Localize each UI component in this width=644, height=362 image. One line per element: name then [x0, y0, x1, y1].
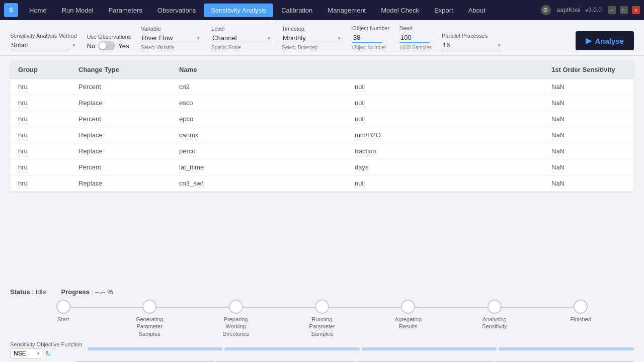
- cell-unit: mm/H2O: [347, 127, 543, 143]
- cell-blank1: [272, 127, 347, 143]
- seed-input[interactable]: [399, 33, 430, 43]
- progress-value: : --.-- %: [92, 288, 113, 296]
- cell-sensitivity: NaN: [543, 95, 634, 111]
- cell-name: cn3_swf: [171, 175, 272, 192]
- nav-menu: Home Run Model Parameters Observations S…: [22, 4, 541, 17]
- table-row: hru Replace esco null NaN: [10, 95, 634, 111]
- step-analysing: Analysing Sensitivity: [451, 300, 537, 330]
- parallel-select[interactable]: 16: [442, 40, 502, 50]
- cell-change-type: Replace: [70, 127, 171, 143]
- nav-about[interactable]: About: [461, 4, 493, 17]
- level-label: Level: [211, 26, 272, 32]
- step-label-finished: Finished: [570, 316, 591, 323]
- nav-run-model[interactable]: Run Model: [55, 4, 101, 17]
- minimize-button[interactable]: −: [608, 6, 616, 14]
- cell-group: hru: [10, 111, 70, 127]
- nav-observations[interactable]: Observations: [150, 4, 203, 17]
- col-blank2: [347, 61, 543, 79]
- col-name: Name: [171, 61, 272, 79]
- app-logo: S: [4, 3, 18, 17]
- cell-sensitivity: NaN: [543, 143, 634, 159]
- variable-select-wrapper: River Flow: [141, 33, 201, 43]
- progress-seg-4: [499, 347, 634, 350]
- table-body: hru Percent cn2 null NaN hru Replace esc…: [10, 79, 634, 192]
- cell-name: perco: [171, 143, 272, 159]
- cell-group: hru: [10, 127, 70, 143]
- seed-field: Seed 1600 Samples: [399, 25, 432, 50]
- seed-sublabel: 1600 Samples: [399, 45, 432, 50]
- cell-group: hru: [10, 143, 70, 159]
- cell-sensitivity: NaN: [543, 175, 634, 192]
- use-observations-toggle[interactable]: [98, 41, 115, 50]
- timestep-sublabel: Select Timestep: [282, 45, 342, 50]
- level-sublabel: Spatial Scale: [211, 45, 272, 50]
- status-group: Status : Idle: [10, 288, 46, 296]
- object-number-input[interactable]: [352, 33, 382, 43]
- timestep-label: Timestep: [282, 26, 342, 32]
- step-finished: Finished: [538, 300, 624, 323]
- cell-blank1: [272, 95, 347, 111]
- objective-select[interactable]: NSE PBIAS RMSE KGE: [10, 348, 42, 358]
- cell-blank1: [272, 175, 347, 192]
- step-circle-generating: [142, 300, 156, 314]
- timestep-select[interactable]: Monthly: [282, 33, 342, 43]
- object-number-sublabel: Object Number: [352, 45, 389, 50]
- step-label-preparing: Preparing Working Directories: [213, 316, 259, 337]
- nav-home[interactable]: Home: [22, 4, 54, 17]
- cell-group: hru: [10, 175, 70, 192]
- seed-label: Seed: [399, 25, 432, 31]
- nav-model-check[interactable]: Model Check: [374, 4, 426, 17]
- maximize-button[interactable]: □: [620, 6, 628, 14]
- status-label: Status: [10, 288, 30, 296]
- cell-blank1: [272, 79, 347, 95]
- timestep-field: Timestep Monthly Select Timestep: [282, 26, 342, 50]
- variable-select[interactable]: River Flow: [141, 33, 201, 43]
- close-button[interactable]: ✕: [632, 6, 640, 14]
- cell-change-type: Replace: [70, 175, 171, 192]
- table-row: hru Percent epco null NaN: [10, 111, 634, 127]
- nav-management[interactable]: Management: [320, 4, 373, 17]
- col-blank1: [272, 61, 347, 79]
- step-circle-finished: [574, 300, 588, 314]
- object-number-field: Object Number Object Number: [352, 25, 389, 50]
- gear-icon[interactable]: ⚙: [541, 5, 551, 15]
- toolbar: Sensitivity Analysis Method Sobol Use Ob…: [0, 20, 644, 56]
- step-start: Start: [20, 300, 106, 323]
- step-label-aggregating: Agregating Results: [385, 316, 431, 330]
- cell-blank1: [272, 111, 347, 127]
- method-label: Sensitivity Analysis Method: [10, 33, 77, 39]
- progress-seg-2: [224, 347, 360, 350]
- table-header-row: Group Change Type Name 1st Order Sensiti…: [10, 61, 634, 79]
- nav-parameters[interactable]: Parameters: [102, 4, 149, 17]
- method-select[interactable]: Sobol: [10, 40, 70, 50]
- objective-select-wrapper: NSE PBIAS RMSE KGE: [10, 348, 42, 358]
- progress-seg-3: [362, 347, 497, 350]
- cell-unit: null: [347, 175, 543, 192]
- cell-blank1: [272, 159, 347, 175]
- cell-unit: null: [347, 95, 543, 111]
- step-circle-preparing: [229, 300, 243, 314]
- level-select[interactable]: Channel: [211, 33, 272, 43]
- step-running: Running Parameter Samples: [279, 300, 365, 337]
- window-controls: − □ ✕: [608, 6, 640, 14]
- status-row: Status : Idle Progress : --.-- %: [10, 288, 634, 296]
- cell-group: hru: [10, 159, 70, 175]
- analyse-button[interactable]: ▶ Analyse: [576, 31, 634, 50]
- level-field: Level Channel Spatial Scale: [211, 26, 272, 50]
- nav-calibration[interactable]: Calibration: [274, 4, 319, 17]
- progress-label: Progress: [61, 288, 90, 296]
- cell-change-type: Percent: [70, 111, 171, 127]
- table-row: hru Replace perco fraction NaN: [10, 143, 634, 159]
- level-select-wrapper: Channel: [211, 33, 272, 43]
- nav-sensitivity-analysis[interactable]: Sensitivity Analysis: [204, 4, 273, 17]
- refresh-icon[interactable]: ↻: [45, 349, 51, 357]
- nav-export[interactable]: Export: [427, 4, 460, 17]
- status-value: : Idle: [32, 288, 46, 296]
- cell-name: epco: [171, 111, 272, 127]
- step-circle-aggregating: [401, 300, 415, 314]
- cell-sensitivity: NaN: [543, 127, 634, 143]
- cell-change-type: Percent: [70, 79, 171, 95]
- no-label: No: [87, 42, 96, 50]
- table-row: hru Replace cn3_swf null NaN: [10, 175, 634, 192]
- cell-sensitivity: NaN: [543, 79, 634, 95]
